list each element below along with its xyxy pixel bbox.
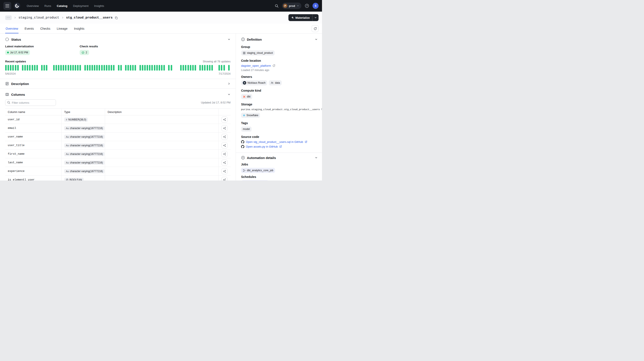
update-tick[interactable] [65, 65, 66, 70]
update-tick[interactable] [75, 65, 76, 70]
update-tick[interactable] [106, 65, 108, 70]
copy-asset-name-button[interactable] [115, 16, 118, 19]
update-tick[interactable] [89, 65, 90, 70]
table-row[interactable]: email Aa character varying(16777216) [5, 124, 230, 132]
update-tick[interactable] [5, 65, 7, 70]
update-tick[interactable] [53, 65, 55, 70]
update-tick[interactable] [185, 65, 186, 70]
update-tick[interactable] [182, 65, 184, 70]
update-tick[interactable] [22, 65, 24, 70]
tab-lineage[interactable]: Lineage [56, 27, 68, 33]
update-tick[interactable] [224, 65, 225, 70]
update-tick[interactable] [10, 65, 12, 70]
update-tick[interactable] [77, 65, 78, 70]
tag-badge[interactable]: model [241, 126, 252, 132]
update-tick[interactable] [17, 65, 19, 70]
update-tick[interactable] [202, 65, 203, 70]
update-tick[interactable] [228, 65, 230, 70]
update-tick[interactable] [101, 65, 103, 70]
update-tick[interactable] [151, 65, 153, 70]
update-tick[interactable] [199, 65, 201, 70]
update-tick[interactable] [120, 65, 122, 70]
update-tick[interactable] [218, 65, 220, 70]
update-tick[interactable] [58, 65, 60, 70]
nav-catalog[interactable]: Catalog [57, 4, 68, 7]
column-lineage-button[interactable] [222, 160, 228, 166]
column-lineage-button[interactable] [222, 117, 228, 123]
column-lineage-button[interactable] [222, 151, 228, 157]
update-tick[interactable] [207, 65, 208, 70]
update-tick[interactable] [159, 65, 160, 70]
table-row[interactable]: experience Aa character varying(16777216… [5, 167, 230, 176]
nav-overview[interactable]: Overview [27, 4, 39, 7]
job-badge[interactable]: dbt_analytics_core_job [241, 168, 275, 173]
update-tick[interactable] [171, 65, 172, 70]
update-tick[interactable] [72, 65, 74, 70]
table-row[interactable]: last_name Aa character varying(16777216) [5, 158, 230, 167]
help-button[interactable]: ? [305, 4, 309, 8]
table-row[interactable]: user_id # NUMBER(38,0) [5, 115, 230, 124]
breadcrumb-ellipsis-button[interactable]: ··· [5, 15, 12, 20]
update-tick[interactable] [34, 65, 36, 70]
update-tick[interactable] [146, 65, 148, 70]
group-badge[interactable]: staging_cloud_product [241, 50, 275, 55]
update-tick[interactable] [24, 65, 26, 70]
tab-checks[interactable]: Checks [40, 27, 51, 33]
source-code-link-assets[interactable]: Open assets.py in GitHub [241, 145, 318, 148]
update-tick[interactable] [15, 65, 16, 70]
update-tick[interactable] [190, 65, 191, 70]
columns-collapse-icon[interactable] [228, 93, 230, 96]
update-tick[interactable] [209, 65, 210, 70]
columns-section-header[interactable]: Columns [0, 89, 236, 99]
column-lineage-button[interactable] [222, 168, 228, 174]
update-tick[interactable] [63, 65, 64, 70]
automation-collapse-icon[interactable] [315, 156, 318, 159]
update-tick[interactable] [204, 65, 206, 70]
table-row[interactable]: is_elementl_user BOOLEAN [5, 176, 230, 180]
definition-section-header[interactable]: Definition [236, 33, 322, 43]
update-tick[interactable] [84, 65, 86, 70]
update-tick[interactable] [80, 65, 81, 70]
storage-platform-badge[interactable]: ❄ Snowflake [241, 113, 260, 118]
tab-insights[interactable]: Insights [74, 27, 85, 33]
update-tick[interactable] [68, 65, 69, 70]
update-tick[interactable] [96, 65, 98, 70]
reload-code-location-button[interactable] [272, 64, 275, 67]
update-tick[interactable] [221, 65, 222, 70]
update-tick[interactable] [46, 65, 47, 70]
materialize-button[interactable]: Materialize [288, 14, 312, 21]
update-tick[interactable] [168, 65, 170, 70]
update-tick[interactable] [211, 65, 213, 70]
filter-columns-input[interactable] [5, 99, 56, 106]
column-lineage-button[interactable] [222, 177, 228, 181]
update-tick[interactable] [104, 65, 105, 70]
update-tick[interactable] [111, 65, 112, 70]
update-tick[interactable] [36, 65, 38, 70]
status-collapse-icon[interactable] [228, 38, 230, 41]
update-tick[interactable] [192, 65, 194, 70]
update-tick[interactable] [56, 65, 57, 70]
nav-deployment[interactable]: Deployment [73, 4, 88, 7]
update-tick[interactable] [92, 65, 93, 70]
update-tick[interactable] [128, 65, 129, 70]
update-tick[interactable] [41, 65, 42, 70]
update-tick[interactable] [87, 65, 88, 70]
update-tick[interactable] [194, 65, 196, 70]
update-tick[interactable] [156, 65, 158, 70]
update-tick[interactable] [149, 65, 150, 70]
update-tick[interactable] [180, 65, 182, 70]
update-tick[interactable] [125, 65, 126, 70]
update-tick[interactable] [27, 65, 28, 70]
update-tick[interactable] [98, 65, 100, 70]
update-tick[interactable] [132, 65, 134, 70]
tab-overview[interactable]: Overview [5, 27, 18, 33]
search-button[interactable] [275, 4, 278, 8]
update-tick[interactable] [29, 65, 30, 70]
latest-materialization-badge[interactable]: Jul 17, 8:02 PM [5, 50, 30, 55]
owner-badge-team[interactable]: data [269, 80, 282, 85]
update-tick[interactable] [12, 65, 14, 70]
update-tick[interactable] [130, 65, 131, 70]
update-tick[interactable] [118, 65, 120, 70]
check-results-badge[interactable]: 2 [80, 50, 89, 55]
refresh-button[interactable] [312, 25, 318, 32]
